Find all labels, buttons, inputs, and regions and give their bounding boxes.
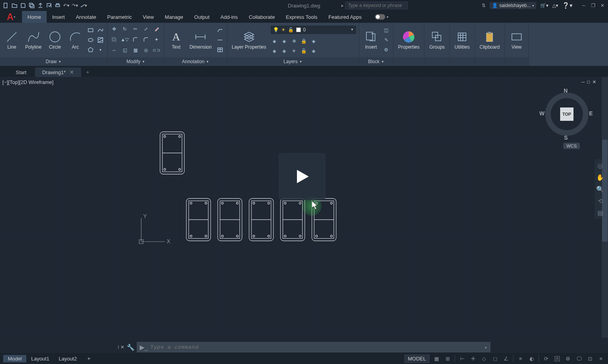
qat-open-icon[interactable] (11, 2, 18, 9)
circle-button[interactable]: Circle (46, 29, 64, 51)
fillet-icon[interactable] (131, 35, 140, 44)
viewcube-south[interactable]: S (564, 135, 568, 141)
cmd-close-icon[interactable]: ⁞ ✕ (118, 344, 124, 350)
offset-icon[interactable]: ◎ (142, 46, 150, 55)
ribbon-toggle[interactable]: ▾ (375, 14, 388, 20)
help-icon[interactable]: ❔▾ (562, 2, 573, 9)
viewcube-top-face[interactable]: TOP (560, 107, 573, 121)
copy-icon[interactable]: ⿻ (110, 35, 118, 44)
hatch-icon[interactable] (96, 36, 105, 44)
video-play-button[interactable] (279, 153, 326, 200)
ortho-icon[interactable]: ⊢ (458, 355, 466, 362)
minimize-button[interactable]: ─ (581, 2, 587, 9)
qat-undo-icon[interactable]: ↶▾ (63, 2, 70, 9)
tab-home[interactable]: Home (22, 11, 47, 23)
explode-icon[interactable]: ✦ (152, 35, 161, 44)
panel-modify-title[interactable]: Modify▼ (107, 57, 164, 66)
wheel-icon[interactable]: ◎ (596, 162, 604, 169)
qat-saveall-icon[interactable] (28, 2, 35, 9)
insert-button[interactable]: Insert (362, 29, 380, 51)
array-icon[interactable]: ▦ (131, 46, 140, 55)
layer-thaw-icon[interactable]: ☀ (290, 47, 299, 55)
layer-unlock-icon[interactable]: 🔓 (300, 47, 308, 55)
linear-icon[interactable] (216, 36, 224, 44)
annotation-scale-icon[interactable]: 🄰 (553, 355, 561, 362)
tab-parametric[interactable]: Parametric (102, 11, 137, 23)
vp-minimize-icon[interactable]: ─ (581, 79, 585, 85)
wcs-badge[interactable]: WCS (563, 143, 580, 149)
snap-icon[interactable]: ⊞ (444, 355, 451, 362)
track-icon[interactable]: ∠ (502, 355, 510, 362)
layer-dropdown[interactable]: 💡 ☀ 🔓 0 ▼ (270, 25, 357, 35)
grid-icon[interactable]: ▦ (433, 355, 441, 362)
stretch-icon[interactable]: ↔ (110, 46, 118, 55)
showmotion-icon[interactable]: ▤ (596, 209, 604, 217)
mirror-icon[interactable]: ▲▽ (120, 35, 129, 44)
panel-layers-title[interactable]: Layers▼ (227, 57, 359, 66)
break-icon[interactable]: ⊂⊃ (152, 46, 161, 55)
doctab-start[interactable]: Start (9, 68, 33, 77)
dimension-button[interactable]: Dimension (187, 29, 214, 51)
command-input[interactable] (150, 344, 482, 350)
close-button[interactable]: ✕ (599, 2, 606, 9)
erase-icon[interactable] (152, 25, 161, 33)
tab-manage[interactable]: Manage (159, 11, 189, 23)
table-icon[interactable] (216, 46, 224, 54)
create-block-icon[interactable]: ◫ (382, 26, 391, 35)
qat-redo-icon[interactable]: ↷▾ (71, 2, 78, 9)
utilities-button[interactable]: Utilities (452, 29, 472, 51)
iso-icon[interactable]: ◇ (480, 355, 488, 362)
exchange-icon[interactable]: ⇅ (482, 3, 486, 8)
leader-icon[interactable] (216, 26, 224, 35)
arc-button[interactable]: Arc (66, 29, 85, 51)
qat-publish-icon[interactable] (37, 2, 44, 9)
qat-print-icon[interactable] (54, 2, 61, 9)
layer-uniso-icon[interactable]: ◈ (280, 47, 289, 55)
zoom-icon[interactable]: 🔍 (596, 185, 604, 193)
tab-addins[interactable]: Add-ins (215, 11, 243, 23)
edit-attr-icon[interactable]: ⚙ (382, 46, 391, 54)
extend-icon[interactable]: ⤢ (142, 25, 150, 33)
layout-model-tab[interactable]: Model (3, 355, 26, 362)
units-icon[interactable]: ⊡ (586, 355, 594, 362)
layout-tab-2[interactable]: Layout2 (54, 355, 82, 362)
viewport-label[interactable]: [−][Top][2D Wireframe] (2, 79, 53, 85)
layer-properties-button[interactable]: Layer Properties (229, 29, 269, 51)
chamfer-icon[interactable] (142, 35, 150, 44)
scale-icon[interactable]: ◱ (120, 46, 129, 55)
panel-block-title[interactable]: Block▼ (359, 57, 393, 66)
polyline-button[interactable]: Polyline (23, 29, 44, 51)
panel-annotation-title[interactable]: Annotation▼ (164, 57, 227, 66)
tab-express-tools[interactable]: Express Tools (280, 11, 323, 23)
cmd-customize-icon[interactable]: 🔧 (127, 344, 135, 351)
qat-save-icon[interactable] (20, 2, 27, 9)
layer-prev-icon[interactable]: ◈ (309, 47, 318, 55)
cart-icon[interactable]: 🛒▾ (540, 3, 548, 8)
tab-collaborate[interactable]: Collaborate (243, 11, 280, 23)
tab-featured-apps[interactable]: Featured Apps (323, 11, 367, 23)
layer-match-icon[interactable]: ◈ (309, 37, 318, 46)
lineweight-icon[interactable]: ≡ (517, 355, 524, 362)
line-button[interactable]: Line (2, 29, 21, 51)
cycling-icon[interactable]: ⟳ (542, 355, 550, 362)
layer-lock-icon[interactable]: 🔒 (300, 37, 308, 46)
rect-icon[interactable] (86, 26, 95, 35)
viewcube-west[interactable]: W (539, 110, 544, 116)
layer-off-icon[interactable]: ◈ (270, 37, 279, 46)
layer-freeze-icon[interactable]: ❄ (290, 37, 299, 46)
polar-icon[interactable]: ✛ (469, 355, 477, 362)
text-button[interactable]: A Text (167, 29, 186, 51)
workspace-icon[interactable]: ⚙ (564, 355, 572, 362)
maximize-button[interactable]: ❐ (590, 2, 596, 9)
app-icon[interactable]: △▾ (552, 3, 558, 8)
trim-icon[interactable]: ✂ (131, 25, 140, 33)
layer-iso-icon[interactable]: ◈ (280, 37, 289, 46)
clipboard-button[interactable]: Clipboard (477, 29, 502, 51)
status-model-label[interactable]: MODEL (404, 355, 430, 363)
tab-view[interactable]: View (137, 11, 159, 23)
vp-maximize-icon[interactable]: □ (587, 79, 590, 85)
viewcube[interactable]: TOP N S E W (543, 91, 590, 138)
polygon-icon[interactable] (86, 46, 95, 54)
customize-icon[interactable]: ≡ (597, 355, 605, 362)
osnap-icon[interactable]: ◻ (491, 355, 499, 362)
